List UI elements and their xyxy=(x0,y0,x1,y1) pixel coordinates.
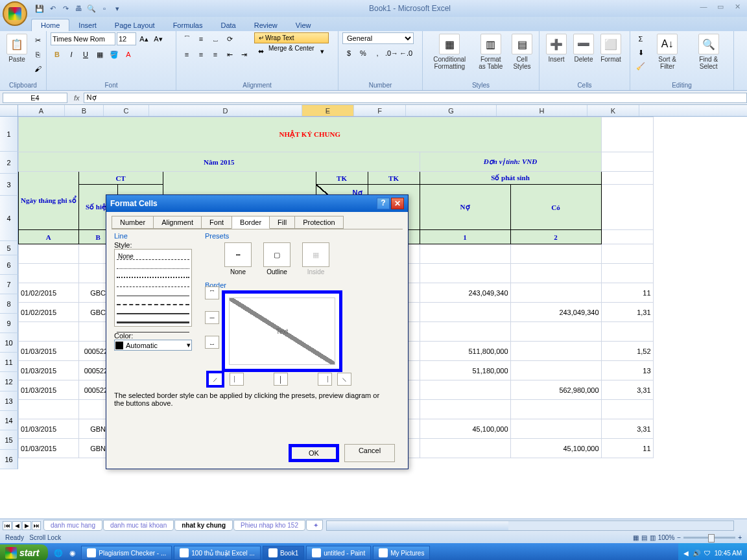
col-K[interactable]: K xyxy=(587,105,639,116)
view-pagebreak-icon[interactable]: ▥ xyxy=(650,534,656,541)
color-select[interactable]: Automatic ▾ xyxy=(114,340,192,351)
border-icon[interactable]: ▦ xyxy=(93,48,106,61)
number-format-select[interactable]: General xyxy=(342,32,414,44)
italic-button[interactable]: I xyxy=(65,48,78,61)
fx-icon[interactable]: fx xyxy=(74,94,80,102)
tab-review[interactable]: Review xyxy=(245,19,287,31)
align-bottom-icon[interactable]: ⎵ xyxy=(209,32,222,45)
indent-dec-icon[interactable]: ⇤ xyxy=(223,48,236,61)
currency-icon[interactable]: $ xyxy=(342,47,355,60)
tab-data[interactable]: Data xyxy=(211,19,244,31)
view-layout-icon[interactable]: ▤ xyxy=(641,534,647,541)
dtab-number[interactable]: Number xyxy=(112,216,154,229)
sheet-last-icon[interactable]: ⏭ xyxy=(32,521,41,530)
inc-decimal-icon[interactable]: .0→ xyxy=(385,47,398,60)
line-style-list[interactable]: None xyxy=(114,249,192,327)
cancel-button[interactable]: Cancel xyxy=(344,444,395,462)
border-right-button[interactable]: ⎹ xyxy=(318,373,332,386)
undo-icon[interactable]: ↶ xyxy=(47,3,58,14)
font-size-select[interactable] xyxy=(117,32,136,45)
indent-inc-icon[interactable]: ⇥ xyxy=(237,48,250,61)
percent-icon[interactable]: % xyxy=(357,47,370,60)
row-10[interactable]: 10 xyxy=(0,333,18,353)
format-as-table-button[interactable]: ▥Format as Table xyxy=(474,32,508,71)
row-6[interactable]: 6 xyxy=(0,255,18,275)
row-15[interactable]: 15 xyxy=(0,430,18,450)
sheet-prev-icon[interactable]: ◀ xyxy=(12,521,21,530)
ok-button[interactable]: OK xyxy=(289,444,339,462)
dialog-close-button[interactable]: ✕ xyxy=(391,198,404,209)
sheet-next-icon[interactable]: ▶ xyxy=(22,521,31,530)
preset-none[interactable]: ┅None xyxy=(224,242,252,275)
tab-view[interactable]: View xyxy=(287,19,320,31)
zoom-out-icon[interactable]: − xyxy=(677,534,681,541)
comma-icon[interactable]: , xyxy=(371,47,384,60)
zoom-slider[interactable] xyxy=(683,537,735,539)
border-vmid-button[interactable]: │ xyxy=(274,373,288,386)
row-1[interactable]: 1 xyxy=(0,117,18,152)
qat-dropdown-icon[interactable]: ▾ xyxy=(112,3,123,14)
name-box[interactable] xyxy=(3,93,67,103)
office-button[interactable] xyxy=(3,1,27,26)
row-4[interactable]: 4 xyxy=(0,196,18,241)
col-D[interactable]: D xyxy=(149,105,302,116)
format-cells-button[interactable]: ⬜Format xyxy=(598,32,624,64)
bold-button[interactable]: B xyxy=(51,48,64,61)
ql-ie-icon[interactable]: 🌐 xyxy=(52,546,65,559)
col-C[interactable]: C xyxy=(104,105,149,116)
cell-styles-button[interactable]: ▤Cell Styles xyxy=(509,32,535,71)
autosum-icon[interactable]: Σ xyxy=(634,32,647,45)
border-preview[interactable]: Text xyxy=(222,290,342,372)
dec-decimal-icon[interactable]: ←.0 xyxy=(399,47,412,60)
view-normal-icon[interactable]: ▦ xyxy=(633,534,639,541)
tab-home[interactable]: Home xyxy=(31,19,69,31)
dtab-border[interactable]: Border xyxy=(231,216,270,229)
font-name-select[interactable] xyxy=(51,32,115,45)
taskbar-item-1[interactable]: Plagiarism Checker - ... xyxy=(81,546,172,560)
taskbar-item-3[interactable]: Book1 xyxy=(263,546,304,560)
dtab-alignment[interactable]: Alignment xyxy=(153,216,202,229)
ql-chrome-icon[interactable]: ◉ xyxy=(66,546,79,559)
dtab-fill[interactable]: Fill xyxy=(269,216,295,229)
row-12[interactable]: 12 xyxy=(0,372,18,391)
row-5[interactable]: 5 xyxy=(0,241,18,255)
orientation-icon[interactable]: ⟳ xyxy=(223,32,236,45)
border-diag-down-button[interactable]: ⟍ xyxy=(337,373,351,386)
close-button[interactable]: ✕ xyxy=(730,3,744,14)
fill-icon[interactable]: ⬇ xyxy=(634,46,647,59)
fill-color-icon[interactable]: 🪣 xyxy=(108,48,121,61)
col-H[interactable]: H xyxy=(497,105,587,116)
sort-filter-button[interactable]: A↓Sort & Filter xyxy=(648,32,686,71)
row-14[interactable]: 14 xyxy=(0,411,18,430)
row-3[interactable]: 3 xyxy=(0,174,18,196)
print-icon[interactable]: 🖶 xyxy=(73,3,84,14)
sheet-tab-2[interactable]: danh muc tai khoan xyxy=(103,520,174,531)
clock[interactable]: 10:45 AM xyxy=(715,550,742,557)
taskbar-item-2[interactable]: 100 thủ thuật Excel ... xyxy=(174,546,261,560)
start-button[interactable]: start xyxy=(0,544,48,560)
save-icon[interactable]: 💾 xyxy=(34,3,45,14)
col-B[interactable]: B xyxy=(65,105,104,116)
clear-icon[interactable]: 🧹 xyxy=(634,60,647,73)
insert-cells-button[interactable]: ➕Insert xyxy=(543,32,569,64)
font-color-icon[interactable]: A xyxy=(122,48,135,61)
paste-button[interactable]: 📋 Paste xyxy=(4,32,30,64)
taskbar-item-5[interactable]: My Pictures xyxy=(373,546,430,560)
new-sheet-tab[interactable]: ✦ xyxy=(306,520,323,531)
col-A[interactable]: A xyxy=(18,105,65,116)
align-left-icon[interactable]: ≡ xyxy=(180,48,193,61)
row-13[interactable]: 13 xyxy=(0,391,18,411)
preview-icon[interactable]: 🔍 xyxy=(86,3,97,14)
align-right-icon[interactable]: ≡ xyxy=(209,48,222,61)
format-painter-icon[interactable]: 🖌 xyxy=(31,62,44,75)
redo-icon[interactable]: ↷ xyxy=(60,3,71,14)
border-mid-button[interactable]: ─ xyxy=(205,311,219,324)
col-E[interactable]: E xyxy=(302,105,354,116)
preset-outline[interactable]: ▢Outline xyxy=(263,242,290,275)
sheet-tab-4[interactable]: Phieu nhap kho 152 xyxy=(233,520,305,531)
border-bottom-button[interactable]: ⎵ xyxy=(205,336,219,349)
sheet-tab-1[interactable]: danh muc hang xyxy=(43,520,102,531)
zoom-level[interactable]: 100% xyxy=(658,534,675,541)
grow-font-icon[interactable]: A▴ xyxy=(137,32,150,45)
conditional-formatting-button[interactable]: ▦Conditional Formatting xyxy=(427,32,473,71)
